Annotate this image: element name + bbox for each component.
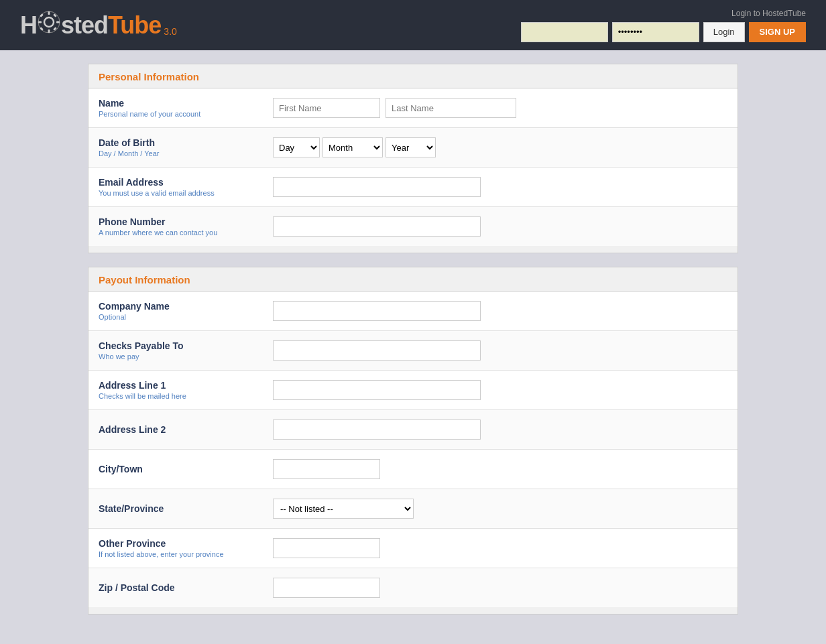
- state-input-wrap: -- Not listed -- Alabama Alaska Arizona …: [273, 499, 727, 519]
- signup-button[interactable]: SIGN UP: [749, 22, 806, 42]
- login-label: Login to HostedTube: [731, 9, 806, 18]
- phone-label: Phone Number A number where we can conta…: [99, 216, 273, 237]
- header-inputs: Login SIGN UP: [521, 22, 806, 42]
- checks-payable-input[interactable]: [273, 340, 481, 361]
- username-input[interactable]: [521, 22, 608, 42]
- password-input[interactable]: [612, 22, 699, 42]
- email-input[interactable]: [273, 177, 481, 197]
- payout-info-title: Payout Information: [88, 267, 738, 292]
- other-province-input-wrap: [273, 538, 727, 558]
- address1-label-title: Address Line 1: [99, 380, 273, 391]
- zip-label-title: Zip / Postal Code: [99, 582, 273, 593]
- logo: H stedTube 3.0: [20, 11, 177, 40]
- city-label-title: City/Town: [99, 464, 273, 474]
- address1-label-sub: Checks will be mailed here: [99, 392, 273, 400]
- company-input[interactable]: [273, 301, 481, 321]
- address2-label: Address Line 2: [99, 424, 273, 435]
- dob-year-select[interactable]: Year 2000199919981997 1996199519901985 1…: [386, 137, 436, 157]
- checks-payable-label-title: Checks Payable To: [99, 340, 273, 351]
- svg-rect-3: [48, 29, 50, 33]
- phone-input-wrap: [273, 216, 727, 237]
- checks-payable-label: Checks Payable To Who we pay: [99, 340, 273, 361]
- city-row: City/Town: [88, 450, 738, 489]
- zip-input-wrap: [273, 578, 727, 598]
- personal-info-title: Personal Information: [88, 64, 738, 88]
- logo-hosted-2: sted: [61, 11, 108, 39]
- svg-rect-2: [48, 11, 50, 15]
- dob-row: Date of Birth Day / Month / Year Day 123…: [88, 128, 738, 168]
- company-input-wrap: [273, 301, 727, 321]
- logo-text: H stedTube: [20, 11, 161, 40]
- company-label-title: Company Name: [99, 301, 273, 312]
- logo-version: 3.0: [164, 26, 176, 37]
- phone-label-title: Phone Number: [99, 216, 273, 227]
- first-name-input[interactable]: [273, 98, 380, 118]
- logo-tube: Tube: [108, 11, 161, 39]
- logo-hosted: H: [20, 11, 37, 39]
- dob-label: Date of Birth Day / Month / Year: [99, 137, 273, 157]
- company-label-sub: Optional: [99, 313, 273, 321]
- address2-input[interactable]: [273, 420, 481, 440]
- address1-label: Address Line 1 Checks will be mailed her…: [99, 380, 273, 400]
- city-input-wrap: [273, 459, 727, 479]
- name-label: Name Personal name of your account: [99, 98, 273, 118]
- state-row: State/Province -- Not listed -- Alabama …: [88, 489, 738, 529]
- name-label-title: Name: [99, 98, 273, 109]
- dob-month-select[interactable]: Month JanuaryFebruaryMarchApril MayJuneJ…: [322, 137, 383, 157]
- other-province-label: Other Province If not listed above, ente…: [99, 538, 273, 558]
- name-row: Name Personal name of your account: [88, 88, 738, 128]
- email-row: Email Address You must use a valid email…: [88, 168, 738, 207]
- phone-input[interactable]: [273, 216, 481, 237]
- email-label: Email Address You must use a valid email…: [99, 177, 273, 197]
- dob-label-sub: Day / Month / Year: [99, 149, 273, 157]
- state-label: State/Province: [99, 503, 273, 514]
- address2-input-wrap: [273, 420, 727, 440]
- email-input-wrap: [273, 177, 727, 197]
- other-province-input[interactable]: [273, 538, 380, 558]
- other-province-row: Other Province If not listed above, ente…: [88, 529, 738, 568]
- dob-inputs: Day 12345 678910 1112131415 1617181920 2…: [273, 137, 727, 157]
- other-province-label-sub: If not listed above, enter your province: [99, 550, 273, 558]
- dob-label-title: Date of Birth: [99, 137, 273, 148]
- checks-payable-label-sub: Who we pay: [99, 352, 273, 361]
- name-label-sub: Personal name of your account: [99, 110, 273, 118]
- address1-input[interactable]: [273, 380, 481, 400]
- name-inputs: [273, 98, 727, 118]
- login-button[interactable]: Login: [703, 22, 745, 42]
- zip-row: Zip / Postal Code: [88, 568, 738, 607]
- svg-rect-4: [38, 21, 42, 23]
- checks-payable-row: Checks Payable To Who we pay: [88, 331, 738, 371]
- city-label: City/Town: [99, 464, 273, 474]
- last-name-input[interactable]: [386, 98, 516, 118]
- phone-row: Phone Number A number where we can conta…: [88, 207, 738, 246]
- address1-row: Address Line 1 Checks will be mailed her…: [88, 371, 738, 410]
- svg-rect-5: [56, 21, 60, 23]
- address1-input-wrap: [273, 380, 727, 400]
- other-province-label-title: Other Province: [99, 538, 273, 549]
- gear-icon: [38, 11, 60, 34]
- state-label-title: State/Province: [99, 503, 273, 514]
- company-label: Company Name Optional: [99, 301, 273, 321]
- email-label-sub: You must use a valid email address: [99, 189, 273, 197]
- main-content: Personal Information Name Personal name …: [81, 64, 745, 615]
- zip-label: Zip / Postal Code: [99, 582, 273, 593]
- city-input[interactable]: [273, 459, 380, 479]
- personal-info-section: Personal Information Name Personal name …: [88, 64, 738, 253]
- company-row: Company Name Optional: [88, 292, 738, 331]
- address2-row: Address Line 2: [88, 410, 738, 450]
- zip-input[interactable]: [273, 578, 380, 598]
- checks-payable-input-wrap: [273, 340, 727, 361]
- phone-label-sub: A number where we can contact you: [99, 229, 273, 237]
- address2-label-title: Address Line 2: [99, 424, 273, 435]
- header: H stedTube 3.0 Login to HostedTube: [0, 0, 826, 50]
- state-select[interactable]: -- Not listed -- Alabama Alaska Arizona …: [273, 499, 414, 519]
- email-label-title: Email Address: [99, 177, 273, 188]
- dob-day-select[interactable]: Day 12345 678910 1112131415 1617181920 2…: [273, 137, 320, 157]
- payout-info-section: Payout Information Company Name Optional…: [88, 267, 738, 615]
- header-right: Login to HostedTube Login SIGN UP: [521, 9, 806, 42]
